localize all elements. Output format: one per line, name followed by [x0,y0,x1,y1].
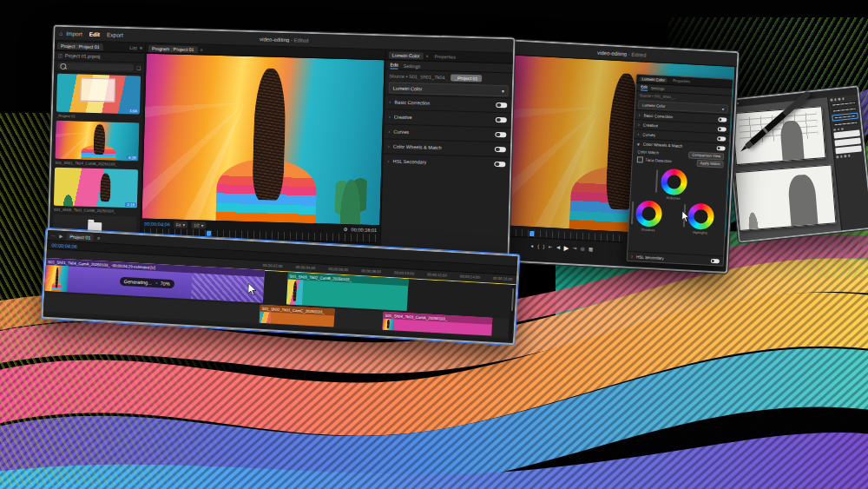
clip-teal[interactable]: S01_Sh03_Tk02_CamB_20250103_ [286,272,409,311]
ruler-label: 00;00;06;00 [328,267,348,272]
fit-dropdown[interactable]: Fit▾ [174,221,187,228]
duration-badge: 1:04 [128,109,139,113]
sequence-timecode[interactable]: 00;00;04;06 [51,242,77,249]
generating-badge: Generating... ◔ 70% [119,277,174,289]
view-mode-label[interactable]: List [129,45,137,50]
midtones-wheel[interactable] [661,169,688,196]
face-detection-checkbox[interactable] [637,157,643,163]
mouse-cursor [681,211,690,221]
clip-orange[interactable]: S01_Sh02_Tk01_CamC_20250103_ [260,305,335,327]
brush-preset-selected[interactable] [832,112,858,121]
section-toggle[interactable] [496,102,507,109]
tab-lumetri-color[interactable]: Lumetri Color [389,51,424,59]
color-wheels-area: Midtones Shadows Highlights [628,163,727,256]
section-toggle[interactable] [718,117,727,122]
shadows-wheel[interactable] [635,200,663,228]
chevron-right-icon: › [389,99,391,104]
video-frame-woman-with-braids [141,54,384,226]
close-icon[interactable]: × [426,53,429,58]
panel-menu-icon[interactable]: ≡ [97,235,100,241]
play-small-icon[interactable]: ▶ [59,233,62,238]
tab-edit[interactable]: Edit [390,62,398,69]
resolution-dropdown[interactable]: 1/2▾ [191,221,207,228]
tab-sequence[interactable]: Project 01 [66,233,94,241]
lumetri-color-panel: Lumetri Color Properties Edit Settings S… [627,74,733,267]
midtones-slider[interactable] [655,169,658,192]
close-icon[interactable]: × [200,47,202,52]
section-toggle[interactable] [496,117,507,123]
program-monitor: Program : Project 01 × 00;00;04;06 Fit▾ … [141,43,385,255]
mark-out-icon[interactable]: } [543,244,545,249]
project-item-thumbnail[interactable]: 4:28 [55,121,139,162]
ruler-label: 00;00;14;00 [460,274,480,280]
go-to-in-icon[interactable]: ⇤ [549,244,553,249]
chevron-down-icon: ▾ [502,89,504,94]
tab-settings[interactable]: Settings [404,63,421,70]
wrench-icon[interactable]: ⚙ [344,227,348,232]
subject-braids [252,68,286,201]
subject-braids [100,173,111,202]
playhead-marker[interactable] [207,231,211,236]
premiere-window-front: ⌂ Import Edit Export video-editing - Edi… [48,25,516,261]
project-chip[interactable]: _Project 01 [450,74,482,82]
tab-settings[interactable]: Settings [651,86,665,92]
add-marker-icon[interactable]: ● [530,243,534,248]
export-frame-icon[interactable]: ◎ [581,246,585,251]
project-panel: Project : Project 01 List ≡ ◫ Project 01… [49,41,147,248]
tab-lumetri-color[interactable]: Lumetri Color [640,76,668,83]
new-bin-folder-icon[interactable]: ❏ [136,65,141,70]
project-item-label[interactable]: S01_Sh01_Tk04_CamA_20250103_ [55,161,138,168]
panel-empty-space [380,168,510,258]
panel-options-icon[interactable]: ⋯ [51,233,56,238]
project-item-thumbnail[interactable]: 2:18 [54,168,138,208]
shadows-slider[interactable] [631,202,634,224]
panel-menu-icon[interactable]: ≡ [140,45,142,50]
tab-edit[interactable]: Edit [641,84,648,90]
program-viewport[interactable] [141,54,384,226]
duration-badge: 4:28 [127,155,138,160]
ruler-label: 00;00;04;00 [295,265,315,270]
highlights-label: Highlights [682,229,717,235]
project-item-label[interactable]: S01_Sh06_Tk01_CamB_20250103_ [54,208,137,215]
generating-percent: 70% [160,281,170,287]
storyboard-canvas[interactable] [727,97,845,241]
storyboard-frame[interactable] [734,164,836,231]
chevron-right-icon: › [388,129,390,134]
ruler-label: 00;00;16;00 [493,276,513,281]
search-icon [60,63,66,69]
section-toggle[interactable] [495,147,506,153]
project-item-label[interactable]: _Project 01 [56,114,140,121]
marketing-composite: video-editing - Edited ● { } ⇤ ◀ ▶ ⇥ ◎ ▦ [0,0,868,489]
ruler-label: 00;00;12;00 [427,272,447,277]
project-item-thumbnail[interactable]: 1:04 [56,74,141,115]
section-toggle[interactable] [494,162,505,168]
playhead-marker[interactable] [529,231,534,236]
chevron-right-icon: › [637,131,639,136]
section-toggle[interactable] [711,258,720,263]
project-item-list[interactable]: 1:04 _Project 01 4:28 S01_Sh01_Tk04_CamA… [49,72,144,238]
section-toggle[interactable] [717,146,726,151]
tab-project[interactable]: Project : Project 01 [57,42,103,50]
project-icon: ◫ [58,53,62,58]
settings-grid-icon[interactable]: ▦ [589,246,593,251]
section-toggle[interactable] [495,132,506,138]
brush-panel-icons[interactable] [836,153,862,158]
search-input[interactable] [57,63,134,71]
tab-program[interactable]: Program : Project 01 [148,44,198,53]
current-timecode[interactable]: 00;00;04;06 [144,221,170,227]
chevron-down-icon: ▾ [722,107,724,111]
tool-dot-icon[interactable] [736,102,739,105]
step-back-icon[interactable]: ◀ [556,245,560,250]
section-toggle[interactable] [718,127,727,132]
go-to-out-icon[interactable]: ⇥ [573,246,577,251]
section-toggle[interactable] [717,136,726,142]
clip-thumbnail [286,279,304,305]
mark-in-icon[interactable]: { [537,243,539,248]
highlights-wheel[interactable] [687,202,715,230]
tab-properties[interactable]: Properties [670,78,693,83]
mouse-cursor [247,283,257,296]
play-icon[interactable]: ▶ [563,243,569,251]
total-timecode: 00;00;18;01 [352,227,378,233]
sketch-plant [744,202,761,230]
tab-properties[interactable]: Properties [431,52,459,60]
